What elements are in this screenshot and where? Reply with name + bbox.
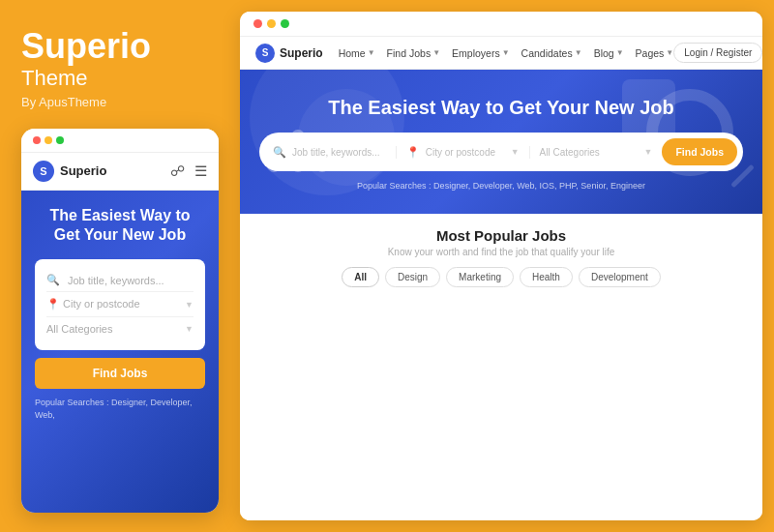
hero-search-bar: 🔍 Job title, keywords... 📍 City or postc… bbox=[259, 133, 743, 171]
desktop-hero: The Easiest Way to Get Your New Job 🔍 Jo… bbox=[240, 70, 762, 214]
mobile-category-placeholder: All Categories bbox=[46, 323, 112, 335]
mobile-top-bar bbox=[21, 129, 219, 153]
location-field-icon: 📍 bbox=[406, 146, 420, 159]
location-dropdown-icon: ▼ bbox=[511, 147, 520, 157]
nav-link-employers[interactable]: Employers ▼ bbox=[452, 47, 510, 59]
desktop-top-bar bbox=[240, 12, 762, 37]
chevron-findjobs-icon: ▼ bbox=[432, 48, 440, 57]
user-icon: ☍ bbox=[170, 163, 185, 180]
mobile-cat-row: All Categories ▼ bbox=[46, 317, 194, 340]
search-field-icon: 🔍 bbox=[273, 146, 286, 159]
dot-yellow bbox=[45, 136, 52, 144]
dot-red bbox=[33, 136, 41, 144]
find-jobs-button[interactable]: Find Jobs bbox=[662, 138, 737, 165]
desktop-dot-yellow bbox=[267, 19, 276, 28]
desktop-nav-logo: S Superio bbox=[255, 44, 323, 63]
location-field-placeholder: City or postcode bbox=[426, 147, 495, 158]
login-register-button[interactable]: Login / Register bbox=[673, 43, 762, 63]
desktop-bottom-section: Most Popular Jobs Know your worth and fi… bbox=[240, 214, 762, 520]
desktop-dot-green bbox=[281, 19, 289, 28]
mobile-logo-text: Superio bbox=[60, 163, 106, 178]
desktop-navbar: S Superio Home ▼ Find Jobs ▼ Employers ▼… bbox=[240, 37, 762, 70]
nav-link-blog[interactable]: Blog ▼ bbox=[594, 47, 624, 59]
chevron-blog-icon: ▼ bbox=[616, 48, 624, 57]
mobile-location-row: 📍 City or postcode ▼ bbox=[46, 292, 194, 317]
right-panel: S Superio Home ▼ Find Jobs ▼ Employers ▼… bbox=[240, 12, 762, 520]
mobile-logo: S Superio bbox=[33, 161, 106, 182]
filter-tab-development[interactable]: Development bbox=[579, 267, 661, 287]
filter-tab-design[interactable]: Design bbox=[385, 267, 440, 287]
mobile-popular-searches: Popular Searches : Designer, Developer, … bbox=[35, 397, 205, 421]
hero-title: The Easiest Way to Get Your New Job bbox=[328, 97, 674, 119]
chevron-down-icon: ▼ bbox=[185, 300, 194, 310]
mobile-nav-icons: ☍ ☰ bbox=[170, 163, 207, 180]
mobile-logo-icon: S bbox=[33, 161, 54, 182]
mobile-search-row: 🔍 Job title, keywords... bbox=[46, 269, 194, 292]
menu-icon: ☰ bbox=[194, 163, 207, 180]
location-search-field[interactable]: 📍 City or postcode ▼ bbox=[397, 146, 530, 159]
category-dropdown-icon: ▼ bbox=[643, 147, 652, 157]
filter-tab-health[interactable]: Health bbox=[520, 267, 573, 287]
mobile-location-placeholder: City or postcode bbox=[63, 298, 139, 310]
nav-logo-text: Superio bbox=[280, 46, 323, 60]
mobile-hero: The Easiest Way to Get Your New Job 🔍 Jo… bbox=[21, 191, 219, 513]
desktop-dot-red bbox=[253, 19, 262, 28]
desktop-nav-links: Home ▼ Find Jobs ▼ Employers ▼ Candidate… bbox=[339, 47, 674, 59]
filter-tab-all[interactable]: All bbox=[342, 267, 379, 287]
search-field-placeholder: Job title, keywords... bbox=[292, 147, 380, 158]
category-field-placeholder: All Categories bbox=[540, 147, 600, 158]
most-popular-subtitle: Know your worth and find the job that qu… bbox=[259, 247, 743, 257]
search-icon: 🔍 bbox=[46, 274, 60, 286]
desktop-window-dots bbox=[253, 19, 289, 28]
mobile-window-dots bbox=[33, 136, 64, 144]
mobile-search-placeholder: Job title, keywords... bbox=[68, 275, 164, 286]
nav-logo-icon: S bbox=[255, 44, 275, 63]
dot-green bbox=[56, 136, 64, 144]
desktop-nav-actions: Login / Register Add Job bbox=[673, 43, 762, 63]
brand-title: Superio bbox=[21, 27, 219, 66]
mobile-search-box: 🔍 Job title, keywords... 📍 City or postc… bbox=[35, 259, 205, 350]
chevron-candidates-icon: ▼ bbox=[575, 48, 582, 57]
mobile-mockup: S Superio ☍ ☰ The Easiest Way to Get You… bbox=[21, 129, 219, 513]
filter-tab-marketing[interactable]: Marketing bbox=[446, 267, 514, 287]
keyword-search-field[interactable]: 🔍 Job title, keywords... bbox=[273, 146, 397, 159]
popular-searches: Popular Searches : Designer, Developer, … bbox=[357, 181, 645, 191]
brand-by: By ApusTheme bbox=[21, 95, 219, 109]
most-popular-title: Most Popular Jobs bbox=[259, 227, 743, 244]
mobile-nav: S Superio ☍ ☰ bbox=[21, 153, 219, 191]
mobile-find-jobs-button[interactable]: Find Jobs bbox=[35, 358, 205, 389]
nav-link-candidates[interactable]: Candidates ▼ bbox=[521, 47, 582, 59]
nav-link-find-jobs[interactable]: Find Jobs ▼ bbox=[387, 47, 440, 59]
category-search-field[interactable]: All Categories ▼ bbox=[530, 147, 663, 158]
chevron-employers-icon: ▼ bbox=[502, 48, 510, 57]
chevron-down-icon-2: ▼ bbox=[185, 324, 194, 334]
mobile-hero-title: The Easiest Way to Get Your New Job bbox=[35, 206, 205, 247]
chevron-pages-icon: ▼ bbox=[666, 48, 673, 57]
nav-link-pages[interactable]: Pages ▼ bbox=[636, 47, 674, 59]
chevron-home-icon: ▼ bbox=[368, 48, 375, 57]
location-icon: 📍 bbox=[46, 298, 60, 310]
job-filter-tabs: All Design Marketing Health Development bbox=[259, 267, 743, 287]
brand-subtitle: Theme bbox=[21, 66, 219, 91]
left-panel: Superio Theme By ApusTheme S Superio ☍ ☰… bbox=[0, 0, 240, 532]
nav-link-home[interactable]: Home ▼ bbox=[339, 47, 375, 59]
